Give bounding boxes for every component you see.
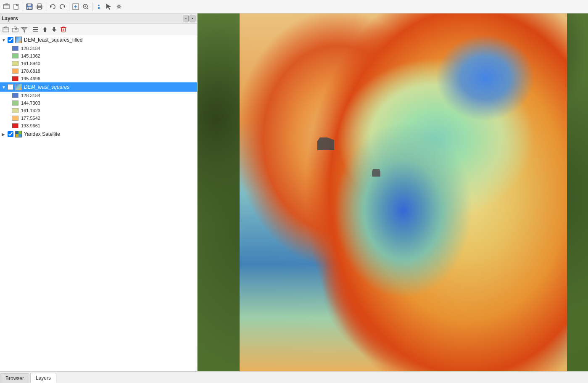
tab-browser[interactable]: Browser [0, 373, 29, 383]
bottom-tabs: Browser Layers [0, 371, 588, 383]
layer-name-dem-filled: DEM_least_squares_filled [24, 37, 82, 43]
toolbar-print[interactable] [35, 2, 44, 11]
layer-tool-sep-1 [30, 26, 30, 33]
layer-checkbox-yandex[interactable] [8, 131, 13, 137]
svg-point-14 [98, 5, 100, 6]
layer-tool-add[interactable] [11, 25, 19, 34]
legend-item-dem-filled-0: 128.3184 [0, 45, 197, 52]
map-building-1 [317, 137, 334, 150]
layer-tool-remove[interactable] [59, 25, 68, 34]
legend-label-dem-ls-0: 128.3184 [21, 93, 40, 98]
panel-header-buttons: − × [183, 16, 195, 21]
legend-swatch-ls-4 [12, 123, 18, 128]
toolbar-sep-3 [69, 3, 69, 11]
layer-tool-move-down[interactable] [50, 25, 58, 34]
legend-label-dem-filled-2: 161.8940 [21, 61, 40, 66]
layer-tool-move-up[interactable] [41, 25, 49, 34]
svg-rect-25 [53, 27, 55, 29]
layer-tool-open[interactable] [2, 25, 10, 34]
legend-item-dem-ls-2: 161.1423 [0, 107, 197, 114]
toolbar-zoom-layer[interactable] [81, 2, 90, 11]
legend-label-dem-filled-0: 128.3184 [21, 46, 40, 51]
toolbar-save[interactable] [25, 2, 34, 11]
layers-panel: Layers − × [0, 13, 198, 371]
legend-item-dem-filled-1: 145.1062 [0, 52, 197, 60]
svg-rect-21 [33, 31, 38, 32]
svg-rect-20 [33, 29, 38, 30]
layer-icon-dem-ls [15, 83, 22, 91]
legend-label-dem-filled-3: 178.6818 [21, 69, 40, 74]
panel-header: Layers − × [0, 13, 197, 24]
panel-title: Layers [2, 16, 18, 21]
svg-rect-17 [3, 28, 9, 32]
legend-swatch-0 [12, 46, 18, 51]
svg-rect-3 [28, 4, 31, 6]
legend-swatch-1 [12, 53, 18, 58]
layer-checkbox-dem-filled[interactable] [8, 37, 13, 43]
svg-rect-0 [3, 5, 9, 9]
layer-item-yandex[interactable]: ▶ Yandex Satellite [0, 129, 197, 139]
panel-close-button[interactable]: × [190, 16, 195, 21]
legend-item-dem-ls-4: 193.9661 [0, 122, 197, 129]
toolbar-redo[interactable] [58, 2, 67, 11]
layer-expand-yandex[interactable]: ▶ [2, 132, 7, 137]
legend-swatch-ls-1 [12, 100, 18, 106]
toolbar-open[interactable] [2, 2, 11, 11]
tab-layers[interactable]: Layers [30, 373, 56, 383]
layer-item-dem-filled[interactable]: ▼ DEM_least_squares_filled [0, 35, 197, 45]
map-canvas[interactable] [198, 13, 588, 371]
toolbar-pan[interactable] [114, 2, 124, 11]
toolbar-new[interactable] [12, 2, 21, 11]
legend-swatch-ls-0 [12, 93, 18, 98]
svg-marker-24 [52, 29, 56, 32]
layer-toolbar [0, 24, 197, 35]
legend-swatch-4 [12, 76, 18, 81]
svg-rect-8 [38, 8, 41, 9]
toolbar-undo[interactable] [48, 2, 57, 11]
layer-expand-dem-ls[interactable]: ▼ [2, 85, 7, 90]
svg-rect-19 [33, 27, 38, 28]
legend-swatch-2 [12, 61, 18, 66]
layer-checkbox-dem-ls[interactable] [8, 84, 13, 90]
layer-tool-filter[interactable] [20, 25, 29, 34]
legend-label-dem-filled-4: 195.4696 [21, 76, 40, 81]
map-building-2 [372, 169, 380, 177]
legend-label-dem-ls-3: 177.5542 [21, 116, 40, 121]
layer-item-dem-ls[interactable]: ▼ DEM_least_squares [0, 82, 197, 92]
map-dem-overlay [240, 13, 567, 371]
legend-item-dem-ls-3: 177.5542 [0, 114, 197, 122]
layer-icon-dem-filled [15, 36, 22, 44]
toolbar-sep-1 [23, 3, 23, 11]
legend-label-dem-ls-4: 193.9661 [21, 123, 40, 128]
layer-name-dem-ls: DEM_least_squares [24, 84, 69, 90]
legend-swatch-ls-3 [12, 116, 18, 121]
main-area: Layers − × [0, 13, 588, 371]
legend-item-dem-ls-0: 128.3184 [0, 92, 197, 99]
svg-marker-15 [106, 4, 111, 10]
legend-item-dem-ls-1: 144.7303 [0, 99, 197, 107]
layer-icon-yandex [15, 130, 22, 138]
svg-rect-4 [27, 7, 32, 9]
legend-label-dem-filled-1: 145.1062 [21, 53, 40, 58]
layer-tool-move-selection[interactable] [32, 25, 40, 34]
svg-rect-23 [44, 29, 46, 32]
layers-list: ▼ DEM_least_squares_filled 128.3184 145.… [0, 35, 197, 371]
toolbar-zoom-extent[interactable] [71, 2, 80, 11]
toolbar-identify[interactable] [94, 2, 103, 11]
legend-swatch-3 [12, 69, 18, 74]
legend-label-dem-ls-1: 144.7303 [21, 100, 40, 106]
toolbar-sep-4 [92, 3, 92, 11]
svg-rect-5 [28, 8, 29, 9]
legend-item-dem-filled-2: 161.8940 [0, 60, 197, 67]
layer-expand-dem-filled[interactable]: ▼ [2, 38, 7, 42]
main-toolbar [0, 0, 588, 13]
legend-label-dem-ls-2: 161.1423 [21, 108, 40, 113]
svg-line-13 [87, 8, 88, 9]
toolbar-select[interactable] [104, 2, 113, 11]
panel-minimize-button[interactable]: − [183, 16, 189, 21]
svg-marker-22 [43, 27, 47, 29]
legend-swatch-ls-2 [12, 108, 18, 113]
legend-item-dem-filled-4: 195.4696 [0, 75, 197, 82]
layer-name-yandex: Yandex Satellite [24, 131, 60, 137]
svg-rect-7 [38, 4, 41, 6]
